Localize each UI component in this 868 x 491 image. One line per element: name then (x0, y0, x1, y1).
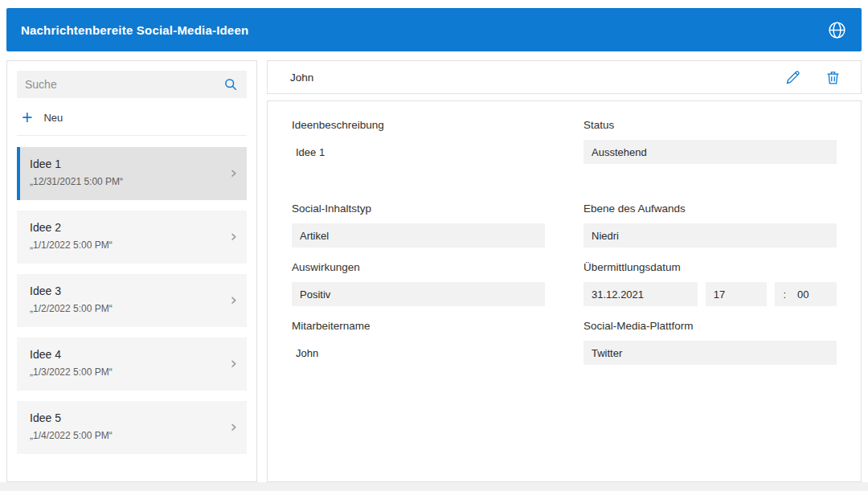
record-title: John (290, 72, 761, 84)
field-status: Status Ausstehend (583, 119, 837, 164)
globe-icon[interactable] (826, 19, 847, 40)
field-label: Social-Media-Plattform (583, 320, 837, 332)
list-item-title: Idee 1 (30, 158, 223, 170)
list-item-subtitle: „1/4/2022 5:00 PM“ (30, 430, 223, 441)
field-label: Ideenbeschreibung (292, 119, 545, 131)
chevron-right-icon: › (231, 165, 237, 182)
list-item[interactable]: Idee 3 „1/2/2022 5:00 PM“ › (17, 274, 247, 327)
field-value: Twitter (583, 341, 837, 365)
datetime-row: 31.12.2021 17 : 00 (583, 282, 837, 306)
search-icon[interactable] (223, 76, 239, 92)
pencil-icon[interactable] (784, 68, 801, 86)
field-social-inhaltstyp: Social-Inhaltstyp Artikel (292, 203, 545, 248)
list-item[interactable]: Idee 4 „1/3/2022 5:00 PM“ › (17, 338, 247, 391)
field-mitarbeitername: Mitarbeitername John (292, 320, 545, 365)
field-uebermittlungsdatum: Übermittlungsdatum 31.12.2021 17 : 00 (583, 261, 837, 306)
list-item-subtitle: „12/31/2021 5:00 PM“ (30, 176, 223, 187)
time-separator: : (783, 288, 786, 301)
list-item-subtitle: „1/3/2022 5:00 PM“ (30, 366, 223, 378)
app-header: Nachrichtenbereite Social-Media-Ideen (6, 8, 862, 51)
plus-icon: + (22, 111, 32, 124)
field-social-media-plattform: Social-Media-Plattform Twitter (583, 320, 837, 365)
minute-text: 00 (797, 288, 809, 301)
list-item-title: Idee 2 (30, 221, 223, 234)
new-record-button[interactable]: + Neu (17, 101, 247, 136)
field-label: Mitarbeitername (292, 320, 545, 332)
bottom-strip (0, 482, 868, 491)
trash-icon[interactable] (824, 68, 841, 86)
list-item-subtitle: „1/2/2022 5:00 PM“ (30, 303, 223, 314)
chevron-right-icon: › (231, 228, 237, 245)
detail-panel: John (267, 60, 862, 482)
content-area: + Neu Idee 1 „12/31/2021 5:00 PM“ › Idee… (6, 60, 862, 482)
field-label: Status (583, 119, 837, 131)
field-ebene-des-aufwands: Ebene des Aufwands Niedri (583, 203, 837, 248)
new-record-label: Neu (43, 112, 63, 124)
minute-value: : 00 (775, 282, 837, 306)
chevron-right-icon: › (231, 292, 237, 309)
record-list: Idee 1 „12/31/2021 5:00 PM“ › Idee 2 „1/… (17, 147, 247, 454)
chevron-right-icon: › (231, 419, 237, 436)
app-page: Nachrichtenbereite Social-Media-Ideen (0, 0, 868, 491)
record-header: John (267, 60, 862, 94)
list-item-title: Idee 3 (30, 284, 223, 297)
field-label: Ebene des Aufwands (583, 203, 837, 215)
field-value: Ausstehend (583, 140, 837, 164)
field-label: Übermittlungsdatum (583, 261, 837, 273)
app-title: Nachrichtenbereite Social-Media-Ideen (21, 23, 826, 37)
list-item[interactable]: Idee 1 „12/31/2021 5:00 PM“ › (17, 147, 247, 200)
record-card: Ideenbeschreibung Idee 1 Status Ausstehe… (267, 100, 862, 482)
list-item[interactable]: Idee 5 „1/4/2022 5:00 PM“ › (17, 401, 247, 454)
field-value: Positiv (292, 282, 545, 306)
list-item-title: Idee 5 (30, 411, 223, 424)
field-value: John (292, 341, 545, 365)
fields-grid: Ideenbeschreibung Idee 1 Status Ausstehe… (292, 119, 837, 378)
field-label: Social-Inhaltstyp (292, 203, 545, 215)
search-box (17, 71, 247, 98)
hour-value: 17 (706, 282, 768, 306)
search-input[interactable] (17, 71, 247, 98)
list-item-title: Idee 4 (30, 348, 223, 361)
list-item-subtitle: „1/1/2022 5:00 PM“ (30, 239, 223, 251)
field-value: Artikel (292, 223, 545, 248)
field-label: Auswirkungen (292, 261, 545, 273)
field-value: Niedri (583, 223, 837, 248)
chevron-right-icon: › (231, 355, 237, 372)
field-ideenbeschreibung: Ideenbeschreibung Idee 1 (292, 119, 545, 164)
field-auswirkungen: Auswirkungen Positiv (292, 261, 545, 306)
list-item[interactable]: Idee 2 „1/1/2022 5:00 PM“ › (17, 211, 247, 264)
date-value: 31.12.2021 (583, 282, 698, 306)
field-value: Idee 1 (292, 140, 545, 164)
sidebar: + Neu Idee 1 „12/31/2021 5:00 PM“ › Idee… (6, 60, 257, 482)
